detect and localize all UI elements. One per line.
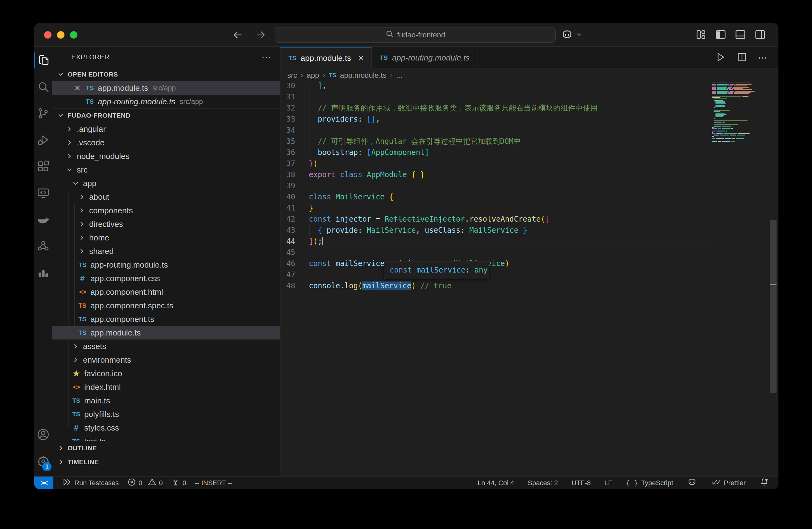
- chevron-right-icon: [70, 342, 81, 350]
- code-line-46[interactable]: 46const mailService = injector.get(MailS…: [280, 258, 711, 269]
- tree-item-app.component.css[interactable]: #app.component.css: [52, 272, 280, 285]
- open-editor-app-routing.module.ts[interactable]: TSapp-routing.module.tssrc/app: [52, 95, 280, 108]
- tree-item-shared[interactable]: shared: [52, 244, 280, 258]
- copilot-status[interactable]: [687, 477, 697, 489]
- encoding-status[interactable]: UTF-8: [571, 479, 591, 487]
- tree-item-src[interactable]: src: [52, 163, 280, 176]
- forward-arrow-icon[interactable]: [255, 29, 267, 41]
- open-editors-section-header[interactable]: OPEN EDITORS: [52, 67, 280, 81]
- run-testcases-button[interactable]: Run Testcases: [62, 477, 119, 489]
- code-line-31[interactable]: 31: [280, 91, 711, 102]
- activity-extensions-icon[interactable]: [34, 153, 52, 180]
- formatter-status[interactable]: Prettier: [711, 477, 746, 489]
- tree-item-.vscode[interactable]: .vscode: [52, 136, 280, 149]
- breadcrumb-src[interactable]: src: [287, 71, 297, 80]
- minimap[interactable]: [712, 80, 765, 142]
- code-line-47[interactable]: 47: [280, 269, 711, 280]
- breadcrumb-app[interactable]: app: [307, 71, 319, 80]
- activity-kubernetes-icon[interactable]: [34, 233, 52, 259]
- tree-item-environments[interactable]: environments: [52, 353, 280, 367]
- tree-item-main.ts[interactable]: TSmain.ts: [52, 394, 280, 408]
- code-line-35[interactable]: 35 // 可引导组件，Angular 会在引导过程中把它加载到DOM中: [280, 136, 711, 147]
- project-section-header[interactable]: FUDAO-FRONTEND: [52, 108, 280, 122]
- tab-app-routing-module-ts[interactable]: TS app-routing.module.ts: [372, 47, 478, 69]
- tree-item-favicon.ico[interactable]: ★favicon.ico: [52, 367, 280, 380]
- tree-item-app[interactable]: app: [52, 176, 280, 190]
- tree-item-directives[interactable]: directives: [52, 217, 280, 231]
- outline-section-header[interactable]: OUTLINE: [52, 441, 280, 455]
- breadcrumb-file[interactable]: app.module.ts: [340, 71, 387, 80]
- activity-settings-icon[interactable]: 1: [34, 448, 52, 474]
- tree-item-app.component.html[interactable]: <>app.component.html: [52, 285, 280, 299]
- tree-item-home[interactable]: home: [52, 231, 280, 244]
- indentation-status[interactable]: Spaces: 2: [528, 479, 558, 487]
- tree-item-assets[interactable]: assets: [52, 340, 280, 353]
- tree-item-app.component.spec.ts[interactable]: TSapp.component.spec.ts: [52, 299, 280, 312]
- activity-remote-explorer-icon[interactable]: [34, 180, 52, 206]
- toggle-panel-icon[interactable]: [735, 29, 746, 42]
- tree-item-app.component.ts[interactable]: TSapp.component.ts: [52, 312, 280, 326]
- zoom-window-button[interactable]: [70, 31, 77, 39]
- code-line-45[interactable]: 45: [280, 247, 711, 258]
- remote-indicator[interactable]: ><: [34, 476, 53, 489]
- code-line-34[interactable]: 34: [280, 125, 711, 136]
- tree-item-node_modules[interactable]: node_modules: [52, 149, 280, 163]
- ports-status[interactable]: 0: [171, 478, 186, 488]
- vim-mode-indicator[interactable]: -- INSERT --: [195, 479, 232, 487]
- command-center-search[interactable]: fudao-frontend: [275, 27, 556, 43]
- activity-run-debug-icon[interactable]: [34, 127, 52, 153]
- tab-app-module-ts[interactable]: TS app.module.ts ×: [280, 47, 372, 69]
- code-line-42[interactable]: 42const injector = ReflectiveInjector.re…: [280, 214, 711, 225]
- tree-item-components[interactable]: components: [52, 204, 280, 217]
- customize-layout-icon[interactable]: [695, 29, 707, 42]
- minimize-window-button[interactable]: [57, 31, 64, 39]
- activity-source-control-icon[interactable]: [34, 100, 52, 127]
- tree-item-app.module.ts[interactable]: TSapp.module.ts: [52, 326, 280, 340]
- explorer-more-actions-icon[interactable]: ⋯: [262, 52, 272, 63]
- activity-account-icon[interactable]: [34, 421, 52, 448]
- notifications-bell[interactable]: [759, 477, 769, 489]
- tree-item-index.html[interactable]: <>index.html: [52, 380, 280, 394]
- back-arrow-icon[interactable]: [232, 29, 244, 41]
- code-line-32[interactable]: 32 // 声明服务的作用域，数组中接收服务类，表示该服务只能在当前模块的组件中…: [280, 102, 711, 114]
- run-file-icon[interactable]: [715, 52, 726, 64]
- code-line-48[interactable]: 48console.log(mailService) // true: [280, 280, 711, 291]
- activity-bar-chart-icon[interactable]: [34, 259, 52, 286]
- code-line-41[interactable]: 41}: [280, 202, 711, 214]
- editor-scrollbar[interactable]: [770, 220, 777, 393]
- code-line-39[interactable]: 39: [280, 180, 711, 191]
- copilot-icon[interactable]: [561, 28, 574, 42]
- code-area[interactable]: 30 ],3132 // 声明服务的作用域，数组中接收服务类，表示该服务只能在当…: [280, 80, 711, 291]
- close-editor-icon[interactable]: [71, 84, 84, 92]
- toggle-secondary-sidebar-icon[interactable]: [754, 29, 766, 42]
- more-actions-icon[interactable]: ⋯: [758, 52, 768, 63]
- eol-status[interactable]: LF: [604, 479, 612, 487]
- sidebar-title: EXPLORER: [71, 53, 110, 61]
- tree-item-styles.css[interactable]: #styles.css: [52, 421, 280, 434]
- tree-item-app-routing.module.ts[interactable]: TSapp-routing.module.ts: [52, 258, 280, 272]
- toggle-primary-sidebar-icon[interactable]: [715, 29, 727, 42]
- close-window-button[interactable]: [44, 31, 52, 39]
- code-line-40[interactable]: 40class MailService {: [280, 191, 711, 202]
- activity-search-icon[interactable]: [34, 73, 52, 100]
- tree-item-.angular[interactable]: .angular: [52, 122, 280, 136]
- split-editor-icon[interactable]: [736, 52, 748, 64]
- breadcrumb-symbol[interactable]: ...: [396, 71, 402, 80]
- problems-status[interactable]: 0 0: [127, 478, 163, 488]
- code-line-38[interactable]: 38export class AppModule { }: [280, 169, 711, 180]
- code-line-33[interactable]: 33 providers: [],: [280, 114, 711, 125]
- close-tab-icon[interactable]: ×: [359, 53, 363, 63]
- tree-item-about[interactable]: about: [52, 190, 280, 204]
- chevron-down-icon[interactable]: [575, 31, 583, 40]
- code-line-36[interactable]: 36 bootstrap: [AppComponent]: [280, 147, 711, 158]
- cursor-position-status[interactable]: Ln 44, Col 4: [478, 479, 514, 487]
- code-line-44[interactable]: 44]);: [280, 236, 711, 247]
- code-line-43[interactable]: 43 { provide: MailService, useClass: Mai…: [280, 225, 711, 236]
- activity-docker-icon[interactable]: [34, 206, 52, 233]
- timeline-section-header[interactable]: TIMELINE: [52, 455, 280, 469]
- code-line-37[interactable]: 37}): [280, 158, 711, 169]
- activity-explorer-icon[interactable]: [34, 47, 52, 73]
- tree-item-polyfills.ts[interactable]: TSpolyfills.ts: [52, 408, 280, 421]
- language-mode-status[interactable]: { } TypeScript: [626, 479, 673, 487]
- open-editor-app.module.ts[interactable]: TSapp.module.tssrc/app: [52, 81, 280, 95]
